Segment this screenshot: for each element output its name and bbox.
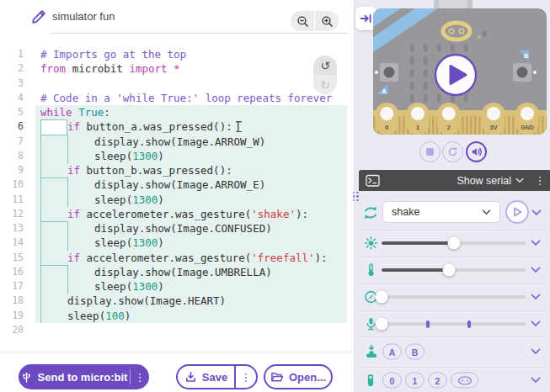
kebab-icon: ⋮ <box>135 371 146 384</box>
code-line-9[interactable]: 9if button_b.was_pressed(): <box>0 163 354 177</box>
code-line-11[interactable]: 11sleep(1300) <box>0 193 354 207</box>
compass-slider[interactable] <box>382 295 526 299</box>
touch-logo-icon <box>457 375 473 385</box>
code-line-4[interactable]: 4# Code in a 'while True:' loop repeats … <box>0 91 354 105</box>
chevron-down-icon <box>531 294 541 300</box>
show-serial-button[interactable]: Show serial <box>451 174 529 188</box>
indent-guide <box>67 193 94 207</box>
slider-thumb[interactable] <box>443 264 456 277</box>
code-line-18[interactable]: 18display.show(Image.HEART) <box>0 294 354 308</box>
chevron-down-icon <box>531 377 541 384</box>
code-line-13[interactable]: 13display.show(Image.CONFUSED) <box>0 221 354 236</box>
gesture-select[interactable]: shake <box>382 201 500 223</box>
temperature-expand-button[interactable] <box>529 265 542 275</box>
zoom-in-button[interactable] <box>315 11 339 31</box>
code-editor[interactable]: 1# Imports go at the top2from microbit i… <box>0 47 354 337</box>
code-line-8[interactable]: 8sleep(1300) <box>0 149 354 163</box>
code-lines: 1# Imports go at the top2from microbit i… <box>0 47 354 337</box>
pill-2[interactable]: 2 <box>428 373 447 389</box>
brightness-slider[interactable] <box>382 241 526 245</box>
brightness-expand-button[interactable] <box>529 238 542 248</box>
send-gesture-button[interactable] <box>505 200 529 224</box>
save-button[interactable]: Save <box>178 366 234 388</box>
serial-terminal-icon <box>366 174 381 188</box>
microphone-expand-button[interactable] <box>529 319 542 329</box>
code-line-7[interactable]: 7display.show(Image.ARROW_W) <box>0 135 354 149</box>
slider-thumb[interactable] <box>376 291 388 304</box>
pins-expand-button[interactable] <box>529 375 542 385</box>
indent-guide <box>67 135 94 149</box>
save-options-button[interactable]: ⋮ <box>234 366 256 388</box>
pill-A[interactable]: A <box>382 344 402 360</box>
line-number: 12 <box>0 207 35 221</box>
reset-simulator-button[interactable] <box>442 141 463 162</box>
stop-simulator-button[interactable] <box>419 141 441 162</box>
indent-guide <box>40 135 67 149</box>
slider-thumb[interactable] <box>376 318 388 331</box>
usb-connector-inner <box>439 0 467 8</box>
pin-number-pills: 012 <box>382 373 447 389</box>
send-to-microbit-button[interactable]: Send to micro:bit <box>19 364 130 389</box>
send-options-button[interactable]: ⋮ <box>130 369 149 384</box>
line-number: 1 <box>0 47 35 61</box>
buttons-expand-button[interactable] <box>529 347 542 357</box>
code-line-3[interactable]: 3 <box>0 77 354 91</box>
code-line-6[interactable]: 6if button_a.was_pressed(): <box>0 119 354 134</box>
text-cursor-pointer <box>235 121 243 132</box>
slider-fill <box>382 241 454 245</box>
temperature-slider[interactable] <box>382 268 526 272</box>
open-button[interactable]: Open... <box>264 364 333 389</box>
zoom-out-button[interactable] <box>291 11 314 31</box>
gesture-expand-button[interactable] <box>530 208 543 218</box>
gesture-row: shake <box>355 199 550 226</box>
indent-guide <box>67 265 94 279</box>
code-line-10[interactable]: 10display.show(Image.ARROW_E) <box>0 177 354 192</box>
unmute-audio-button[interactable] <box>466 141 487 162</box>
pin-logo-pill[interactable] <box>451 373 478 389</box>
code-line-20[interactable]: 20 <box>0 323 354 337</box>
code-line-16[interactable]: 16display.show(Image.UMBRELLA) <box>0 265 354 279</box>
code-line-2[interactable]: 2from microbit import * <box>0 61 354 76</box>
svg-text:0: 0 <box>385 124 389 131</box>
mic-threshold-tick <box>426 320 430 328</box>
indent-guide <box>40 236 67 250</box>
pill-B[interactable]: B <box>405 344 425 360</box>
line-number: 19 <box>0 309 35 323</box>
divider <box>359 283 547 284</box>
edit-project-name-button[interactable] <box>30 8 47 25</box>
indent-guide <box>40 294 67 308</box>
indent-guide <box>67 221 94 236</box>
project-header: simulator fun <box>0 0 354 40</box>
chevron-down-icon <box>482 209 491 215</box>
folder-icon <box>270 371 284 383</box>
code-line-1[interactable]: 1# Imports go at the top <box>0 47 354 61</box>
code-line-17[interactable]: 17sleep(1300) <box>0 279 354 294</box>
send-to-microbit-split-button: Send to micro:bit ⋮ <box>19 364 149 389</box>
code-line-14[interactable]: 14sleep(1300) <box>0 236 354 250</box>
play-overlay-button[interactable] <box>435 55 476 95</box>
microphone-slider[interactable] <box>382 322 526 326</box>
code-line-15[interactable]: 15if accelerometer.was_gesture('freefall… <box>0 251 354 265</box>
divider <box>359 367 547 368</box>
sun-icon <box>364 236 378 251</box>
slider-thumb[interactable] <box>447 237 460 250</box>
code-line-12[interactable]: 12if accelerometer.was_gesture('shake'): <box>0 207 354 221</box>
open-label: Open... <box>289 371 326 384</box>
svg-text:GND: GND <box>521 124 534 130</box>
indent-guide <box>40 251 67 265</box>
code-line-19[interactable]: 19sleep(100) <box>0 309 354 323</box>
pill-0[interactable]: 0 <box>382 373 402 389</box>
microbit-board[interactable]: A B 0 <box>373 0 547 135</box>
speaker-icon <box>471 146 483 157</box>
pill-1[interactable]: 1 <box>405 373 425 389</box>
svg-text:2: 2 <box>446 124 451 131</box>
compass-expand-button[interactable] <box>529 292 542 302</box>
undo-button[interactable]: ↺ <box>313 56 337 75</box>
code-line-5[interactable]: 5while True: <box>0 105 354 119</box>
serial-menu-button[interactable]: ⋮ <box>529 174 550 187</box>
chevron-down-icon <box>531 209 542 216</box>
line-number: 20 <box>0 323 35 337</box>
button-pills: AB <box>382 344 425 360</box>
gesture-shake-icon <box>362 205 379 220</box>
line-number: 5 <box>0 105 35 119</box>
